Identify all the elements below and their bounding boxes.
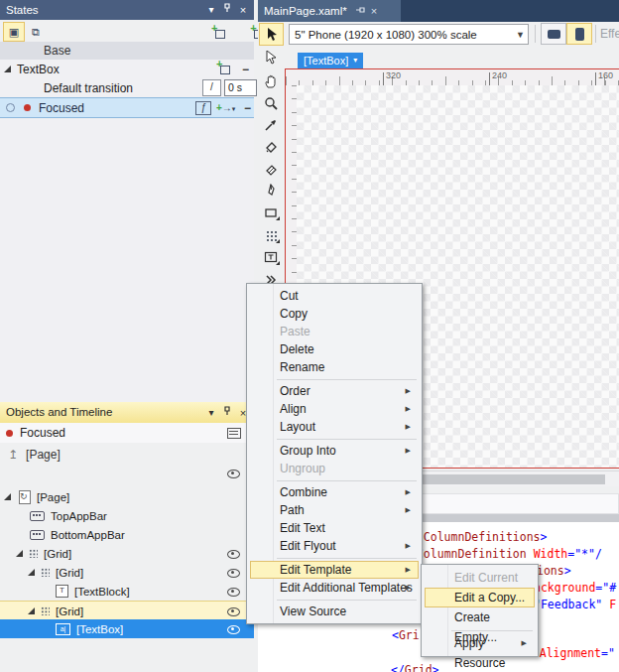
remove-state-button[interactable]: − [244,101,251,115]
default-transition-label: Default transition [44,81,133,95]
close-icon[interactable]: × [236,3,250,17]
pin-icon[interactable] [220,3,234,17]
tree-item-label: [Page] [37,491,69,503]
breadcrumb-label: [TextBox] [304,53,348,68]
submenu-item-apply-resource[interactable]: Apply Resource▶ [425,633,535,653]
eye-icon[interactable] [227,550,240,559]
tree-row-topappbar[interactable]: TopAppBar [0,506,254,525]
pin-icon[interactable] [220,406,234,420]
tab-pin-icon[interactable] [355,5,365,17]
state-indicator-icon[interactable] [6,103,15,112]
horizontal-grid-rail[interactable]: 320 240 160 [286,69,619,86]
add-state-group-icon[interactable] [212,28,226,39]
objects-panel-title[interactable]: Objects and Timeline ▾ × [0,402,254,423]
code-line[interactable]: ackground="# [534,580,616,596]
eye-icon[interactable] [227,625,240,634]
menu-item-edit-text[interactable]: Edit Text [250,519,419,537]
code-line[interactable]: <ColumnDefinition Width="*"/ [410,546,602,562]
menu-item-combine[interactable]: Combine▶ [250,483,419,501]
text-control-tool[interactable] [260,247,282,267]
device-selector[interactable]: 5" Phone (1920 x 1080) 300% scale ▼ [289,24,529,45]
tree-item-label: [TextBox] [76,623,123,635]
transition-duration-input[interactable]: 0 s [224,79,257,96]
states-mode-button[interactable]: ▣ [3,22,25,42]
add-state-icon[interactable] [217,64,231,74]
code-line[interactable]: </Grid> [391,662,439,672]
visibility-column-header [0,464,254,483]
eyedropper-tool[interactable] [260,115,282,135]
portrait-view-button[interactable] [566,23,592,45]
effects-toggle-label[interactable]: Effe [600,27,619,41]
eye-icon[interactable] [227,607,240,616]
tree-row-textbox-selected[interactable]: a| [TextBox] [0,619,254,638]
state-group-row[interactable]: TextBox − [0,60,254,78]
tree-row-page[interactable]: [Page] [0,487,254,506]
code-line[interactable]: "Feedback" F [534,597,616,612]
tree-row-textblock[interactable]: T [TextBlock] [0,582,254,601]
add-transition-icon[interactable]: +→▾ [216,102,235,113]
expander-icon[interactable] [28,607,35,614]
storyboard-options-icon[interactable] [227,428,241,439]
menu-item-edit-template[interactable]: Edit Template▶ [250,561,419,579]
menu-item-layout[interactable]: Layout▶ [250,418,419,436]
eyedropper-icon [264,118,278,132]
submenu-item-create-empty[interactable]: Create Empty... [425,607,535,627]
objects-panel-title-label: Objects and Timeline [6,406,112,418]
menu-item-rename[interactable]: Rename [250,358,419,376]
expander-icon[interactable] [16,550,23,557]
tab-close-icon[interactable]: × [371,5,377,17]
tree-row-grid1[interactable]: [Grid] [0,544,254,563]
menu-item-path[interactable]: Path▶ [250,501,419,519]
focused-state-row[interactable]: Focused ƒ +→▾ − [0,97,254,118]
tree-row-grid2[interactable]: [Grid] [0,563,254,582]
chevron-down-icon[interactable]: ▾ [204,406,218,420]
tab-mainpage-xaml[interactable]: MainPage.xaml* × [258,0,401,22]
eye-icon[interactable] [227,569,240,578]
breadcrumb[interactable]: [TextBox] ▾ [298,53,363,68]
expander-icon[interactable] [4,493,11,500]
menu-item-align[interactable]: Align▶ [250,400,419,418]
menu-item-edit-additional-templates[interactable]: Edit Additional Templates▶ [250,579,419,597]
menu-item-order[interactable]: Order▶ [250,382,419,400]
layout-panel-tool[interactable] [260,225,282,245]
selection-tool-button[interactable] [259,23,284,46]
easing-function-button[interactable]: / [202,79,221,96]
submenu-arrow-icon: ▶ [406,418,411,436]
tree-item-label: TopAppBar [51,510,107,522]
code-line[interactable]: <Gri [392,627,420,643]
expander-icon[interactable] [4,66,11,72]
chevron-down-icon[interactable]: ▾ [204,3,218,17]
expander-icon[interactable] [28,569,35,576]
grid-icon [29,549,38,558]
pan-tool[interactable] [260,71,282,91]
eye-icon[interactable] [227,588,240,597]
tree-row-grid3-template-scope[interactable]: [Grid] [0,601,254,621]
code-line[interactable]: ions> [537,563,571,579]
code-line[interactable]: d.ColumnDefinitions> [410,529,548,545]
submenu-item-edit-a-copy[interactable]: Edit a Copy... [425,588,535,607]
eraser-tool[interactable] [260,159,282,179]
scope-up-icon[interactable]: ↥ [8,448,18,462]
menu-item-group-into[interactable]: Group Into▶ [250,442,419,460]
paint-bucket-tool[interactable] [260,137,282,157]
default-transition-row[interactable]: Default transition / 0 s [0,78,254,97]
rectangle-tool[interactable] [260,202,282,222]
menu-item-cut[interactable]: Cut [250,287,419,305]
eye-icon[interactable] [227,470,240,478]
menu-item-edit-flyout[interactable]: Edit Flyout▶ [250,537,419,555]
menu-item-delete[interactable]: Delete [250,340,419,358]
menu-item-view-source[interactable]: View Source [250,603,419,620]
pen-tool[interactable] [260,181,282,201]
zoom-tool[interactable] [260,93,282,113]
menu-item-copy[interactable]: Copy [250,305,419,323]
tree-row-bottomappbar[interactable]: BottomAppBar [0,525,254,544]
states-panel-title[interactable]: States ▾ × [0,0,254,20]
edit-transition-icon[interactable]: ƒ [195,101,211,115]
landscape-view-button[interactable] [541,23,566,45]
remove-state-group-button[interactable]: − [242,63,249,76]
direct-selection-tool[interactable] [260,48,282,67]
states-pin-preview-button[interactable]: ⧉ [25,22,47,42]
scope-row[interactable]: ↥ [Page] [0,445,254,465]
active-state-row[interactable]: Focused [0,423,254,443]
chevron-down-icon: ▾ [353,53,357,68]
